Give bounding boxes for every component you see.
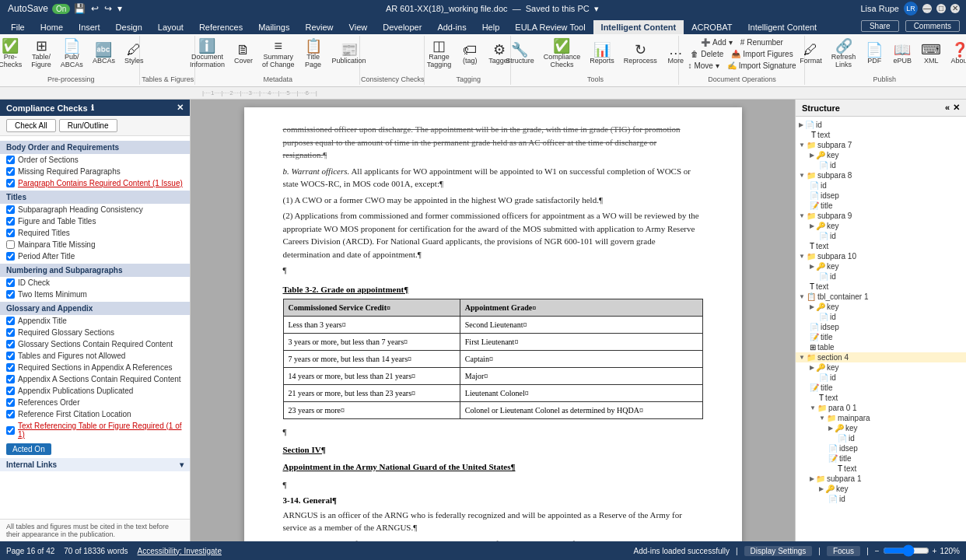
check-para-required-content[interactable]: Paragraph Contains Required Content (1 I… [0,177,190,189]
tree-arrow-icon[interactable]: ▼ [799,293,805,300]
range-tagging-button[interactable]: ◫ RangeTagging [424,37,455,70]
tree-item-key7[interactable]: ▶ 🔑 key [796,484,966,494]
tree-arrow-icon[interactable]: ▼ [819,415,825,422]
check-para-required-content-label[interactable]: Paragraph Contains Required Content (1 I… [18,179,183,187]
tab-eula[interactable]: EULA Review Tool [507,20,593,34]
tree-item-key5[interactable]: ▶ 🔑 key [796,362,966,373]
autosave-toggle[interactable]: On [52,4,70,14]
share-button[interactable]: Share [861,20,899,32]
more-qat-icon[interactable]: ▾ [116,2,124,15]
tab-addins[interactable]: Add-ins [429,20,474,34]
check-appendix-pubs-duplicated-checkbox[interactable] [6,387,15,395]
check-tables-figures-not-allowed[interactable]: Tables and Figures not Allowed [0,350,190,362]
check-required-titles-checkbox[interactable] [6,229,15,237]
import-figures-button[interactable]: 📥Import Figures [729,49,795,59]
compliance-panel-close-icon[interactable]: ✕ [177,103,184,113]
tree-item-text3[interactable]: T text [796,282,966,292]
tree-item-subpara7[interactable]: ▼ 📁 subpara 7 [796,140,966,150]
check-para-required-content-checkbox[interactable] [6,179,15,187]
cover-button[interactable]: 🗎 Cover [231,41,256,66]
reports-button[interactable]: 📊 Reports [586,41,618,66]
accessibility-label[interactable]: Accessibility: Investigate [138,547,222,555]
tree-item-idsep1[interactable]: 📄 idsep [796,191,966,201]
check-tables-figures-not-allowed-checkbox[interactable] [6,352,15,360]
abcas-button[interactable]: 🔤 ABCAs [89,41,118,66]
run-outline-button[interactable]: Run/Outline [59,119,117,132]
tree-item-id4[interactable]: 📄 id [796,231,966,241]
zoom-slider[interactable] [883,544,929,557]
pre-checks-button[interactable]: ✅ Pre-Checks [0,37,25,70]
check-missing-paras-checkbox[interactable] [6,167,15,176]
tab-mailings[interactable]: Mailings [250,20,297,34]
reprocess-button[interactable]: ↻ Reprocess [621,41,660,66]
tree-item-text4[interactable]: T text [796,393,966,403]
check-glossary-required-content[interactable]: Glossary Sections Contain Required Conte… [0,338,190,350]
comments-button[interactable]: Comments [905,20,960,32]
table-figure-button[interactable]: ⊞ Table/Figure [28,37,54,70]
user-avatar[interactable]: LR [904,2,918,16]
tree-arrow-icon[interactable]: ▶ [810,303,814,310]
tree-item-mainpara[interactable]: ▼ 📁 mainpara [796,413,966,423]
pub-abcas-button[interactable]: 📄 Pub/ABCAs [58,37,86,70]
refresh-links-button[interactable]: 🔗 RefreshLinks [828,37,859,70]
document-area[interactable]: commissioned officer upon discharge. The… [191,100,795,541]
tab-home[interactable]: Home [33,20,71,34]
delete-button[interactable]: 🗑Delete [688,49,726,59]
check-mainpara-title-missing[interactable]: Mainpara Title Missing [0,239,190,250]
internal-links-chevron-icon[interactable]: ▾ [180,460,184,469]
acted-on-button[interactable]: Acted On [6,443,51,455]
check-two-items-minimum[interactable]: Two Items Minimum [0,289,190,300]
check-order-sections[interactable]: Order of Sections [0,154,190,166]
check-figure-table-titles[interactable]: Figure and Table Titles [0,215,190,227]
minimize-button[interactable]: — [922,4,932,13]
tree-arrow-icon[interactable]: ▼ [799,172,805,179]
check-appendix-pubs-duplicated[interactable]: Appendix Publications Duplicated [0,385,190,397]
tree-item-idsep2[interactable]: 📄 idsep [796,322,966,332]
close-button[interactable]: ✕ [950,4,960,13]
check-references-order[interactable]: References Order [0,397,190,408]
tree-item-para01[interactable]: ▼ 📁 para 0 1 [796,403,966,413]
tree-arrow-icon[interactable]: ▶ [810,152,814,159]
tree-item-id7[interactable]: 📄 id [796,373,966,383]
structure-button[interactable]: 🔧 Structure [502,41,537,66]
tab-insert[interactable]: Insert [71,20,108,34]
tree-item-text2[interactable]: T text [796,241,966,251]
about-button[interactable]: ❓ About [947,41,966,66]
zoom-in-icon[interactable]: + [933,547,937,555]
check-references-order-checkbox[interactable] [6,398,15,407]
tree-item-subpara10[interactable]: ▼ 📁 subpara 10 [796,251,966,261]
tree-item-id1[interactable]: ▶ 📄 id [796,120,966,130]
tree-item-title3[interactable]: 📝 title [796,383,966,393]
tree-arrow-icon[interactable]: ▼ [799,253,805,260]
tag-button[interactable]: 🏷 (tag) [457,41,482,66]
check-period-after-title-checkbox[interactable] [6,252,15,261]
check-text-referencing-checkbox[interactable] [6,426,15,435]
tab-layout[interactable]: Layout [150,20,191,34]
tree-item-title2[interactable]: 📝 title [796,332,966,342]
tab-help[interactable]: Help [474,20,508,34]
tab-review[interactable]: Review [298,20,341,34]
tab-developer[interactable]: Developer [375,20,429,34]
check-two-items-minimum-checkbox[interactable] [6,290,15,299]
check-required-glossary[interactable]: Required Glossary Sections [0,327,190,338]
tab-intelligent-content2[interactable]: Intelligent Content [740,20,825,34]
structure-collapse-icon[interactable]: « [945,103,950,113]
check-appendix-a-required[interactable]: Appendix A Sections Contain Required Con… [0,373,190,385]
tree-item-id8[interactable]: 📄 id [796,433,966,443]
tree-item-subpara1[interactable]: ▶ 📁 subpara 1 [796,474,966,484]
check-all-button[interactable]: Check All [6,119,56,132]
check-glossary-required-content-checkbox[interactable] [6,340,15,348]
summary-of-change-button[interactable]: ≡ Summaryof Change [259,37,298,70]
tree-item-key1[interactable]: ▶ 🔑 key [796,150,966,160]
check-reference-first-citation-checkbox[interactable] [6,410,15,418]
check-id-check[interactable]: ID Check [0,277,190,289]
tree-arrow-icon[interactable]: ▼ [799,354,805,361]
tree-item-subpara9[interactable]: ▼ 📁 subpara 9 [796,211,966,221]
structure-close-icon[interactable]: ✕ [953,103,960,113]
compliance-checks-button[interactable]: ✅ ComplianceChecks [541,37,584,70]
check-required-titles[interactable]: Required Titles [0,227,190,239]
tree-item-text5[interactable]: T text [796,464,966,474]
tree-arrow-icon[interactable]: ▶ [819,485,824,492]
tab-references[interactable]: References [191,20,250,34]
check-subpara-heading[interactable]: Subparagraph Heading Consistency [0,204,190,215]
